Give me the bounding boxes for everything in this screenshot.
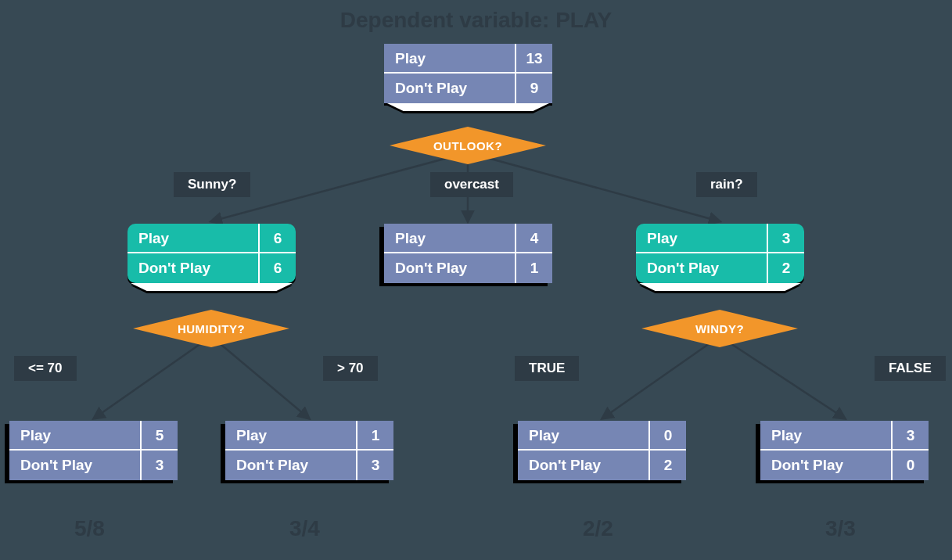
node-overcast: Play4 Don't Play1	[384, 224, 552, 283]
leaf-windy-true: Play0 Don't Play2	[518, 421, 686, 480]
overcast-dont-value: 1	[516, 253, 552, 283]
root-play-label: Play	[384, 44, 516, 72]
node-sunny: Play6 Don't Play6	[128, 224, 296, 283]
svg-line-4	[211, 336, 309, 418]
cond-false: FALSE	[875, 356, 946, 381]
overcast-play-value: 4	[516, 224, 552, 252]
leaf-windy-false: Play3 Don't Play0	[760, 421, 929, 480]
cond-le70: <= 70	[14, 356, 77, 381]
branch-sunny: Sunny?	[174, 172, 250, 197]
branch-rain: rain?	[696, 172, 757, 197]
node-rain: Play3 Don't Play2	[636, 224, 804, 283]
diagram-title: Dependent variable: PLAY	[0, 8, 952, 33]
ratio-b: 3/4	[289, 516, 320, 541]
svg-line-6	[720, 336, 845, 418]
cond-true: TRUE	[515, 356, 579, 381]
branch-overcast: overcast	[430, 172, 513, 197]
rain-play-value: 3	[768, 224, 804, 252]
root-play-value: 13	[516, 44, 552, 72]
svg-line-5	[602, 336, 720, 418]
root-dont-label: Don't Play	[384, 74, 516, 103]
sunny-dont-value: 6	[260, 253, 296, 283]
leaf-humidity-le70: Play5 Don't Play3	[9, 421, 178, 480]
ratio-c: 2/2	[583, 516, 613, 541]
decision-windy: WINDY?	[641, 310, 798, 347]
svg-line-3	[94, 336, 211, 418]
decision-humidity: HUMIDITY?	[133, 310, 289, 347]
decision-outlook: OUTLOOK?	[390, 127, 546, 164]
root-node: Play13 Don't Play9	[384, 44, 552, 103]
cond-gt70: > 70	[323, 356, 378, 381]
ratio-d: 3/3	[825, 516, 856, 541]
leaf-humidity-gt70: Play1 Don't Play3	[225, 421, 393, 480]
ratio-a: 5/8	[74, 516, 105, 541]
root-dont-value: 9	[516, 74, 552, 103]
rain-dont-value: 2	[768, 253, 804, 283]
sunny-play-value: 6	[260, 224, 296, 252]
